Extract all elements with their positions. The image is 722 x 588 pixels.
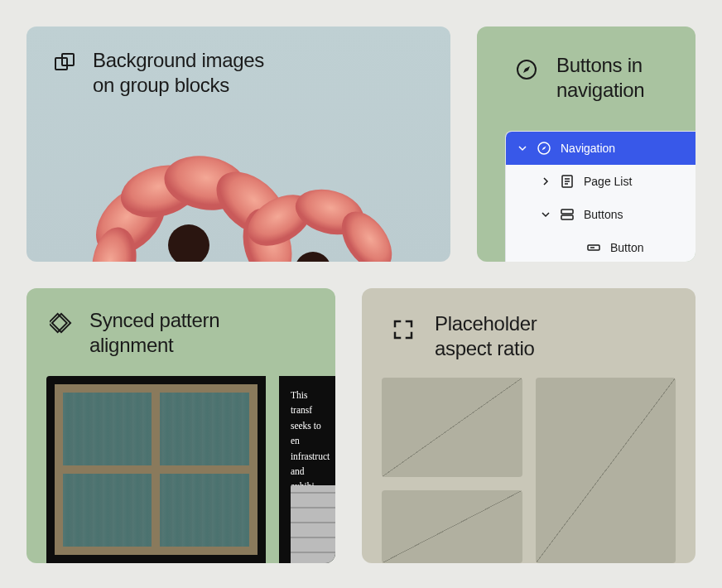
- page-list-icon: [559, 173, 575, 190]
- card-placeholder-aspect[interactable]: Placeholder aspect ratio: [362, 288, 696, 563]
- chevron-down-icon: [517, 144, 527, 152]
- chevron-down-icon: [541, 210, 551, 219]
- card-header: Background images on group blocks: [26, 27, 450, 98]
- card-header: Buttons in navigation: [477, 27, 696, 103]
- tree-item-buttons[interactable]: Buttons: [506, 198, 696, 231]
- aspect-ratio-icon: [392, 318, 415, 341]
- placeholder-grid: [382, 378, 676, 563]
- card-title: Buttons in navigation: [556, 53, 644, 103]
- card-header: Placeholder aspect ratio: [362, 288, 696, 361]
- card-title: Placeholder aspect ratio: [435, 311, 537, 361]
- tree-item-label: Page List: [584, 175, 632, 188]
- block-tree-panel: Navigation Page List: [505, 131, 696, 262]
- synced-pattern-icon: [50, 311, 73, 335]
- chevron-right-icon: [541, 177, 551, 186]
- button-icon: [585, 239, 602, 256]
- tree-item-label: Navigation: [561, 142, 615, 155]
- tree-item-navigation[interactable]: Navigation: [506, 132, 696, 165]
- tree-item-page-list[interactable]: Page List: [506, 165, 696, 198]
- tree-item-button[interactable]: Button: [506, 231, 696, 262]
- card-synced-pattern[interactable]: Synced pattern alignment This transf see…: [26, 288, 335, 563]
- svg-point-12: [295, 252, 331, 262]
- card-title: Synced pattern alignment: [89, 308, 219, 358]
- window-image: [46, 376, 266, 563]
- svg-rect-19: [561, 210, 573, 214]
- pattern-text: This transf seeks to en infrastruct and …: [279, 376, 335, 563]
- card-header: Synced pattern alignment: [26, 288, 335, 358]
- svg-point-8: [168, 224, 209, 262]
- compass-icon: [515, 58, 538, 81]
- compass-icon: [536, 140, 552, 157]
- flower-image: [56, 113, 421, 262]
- tree-item-label: Button: [610, 241, 643, 254]
- card-buttons-navigation[interactable]: Buttons in navigation Navigation: [477, 27, 696, 262]
- tree-item-label: Buttons: [584, 208, 623, 221]
- placeholder-box: [382, 490, 522, 563]
- buttons-icon: [559, 206, 575, 223]
- stairs-image: [291, 485, 335, 563]
- card-background-images[interactable]: Background images on group blocks: [26, 27, 450, 262]
- svg-rect-20: [561, 215, 573, 219]
- placeholder-box: [382, 378, 522, 477]
- placeholder-box: [536, 378, 676, 563]
- card-title: Background images on group blocks: [93, 48, 264, 98]
- pattern-preview: This transf seeks to en infrastruct and …: [46, 376, 335, 563]
- group-icon: [53, 51, 76, 75]
